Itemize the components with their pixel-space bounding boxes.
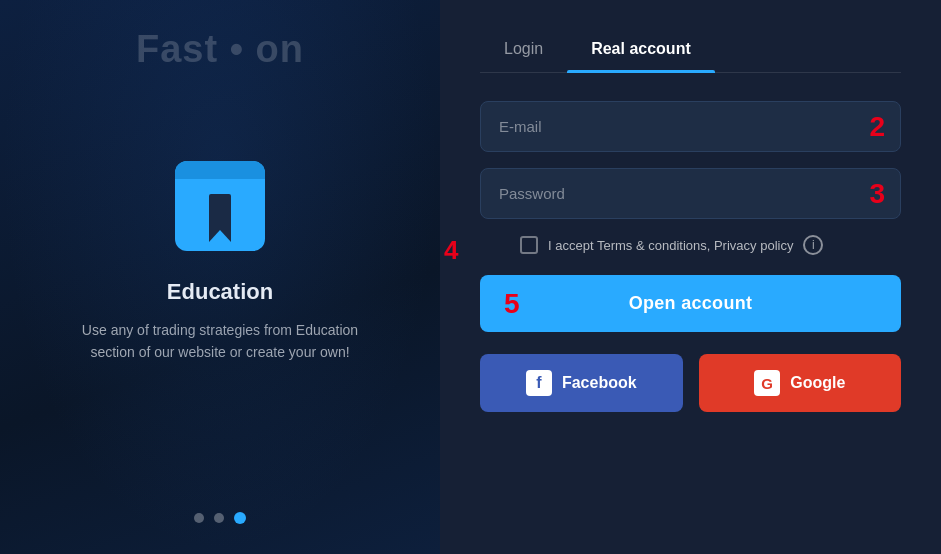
social-buttons-row: f Facebook G Google [480,354,901,412]
checkbox-num-label: 4 [444,235,458,266]
facebook-label: Facebook [562,374,637,392]
open-account-num-label: 5 [504,288,520,320]
tabs: Login Real account [480,30,901,73]
google-label: Google [790,374,845,392]
bookmark-icon [209,194,231,230]
book-icon [175,161,265,251]
facebook-button[interactable]: f Facebook [480,354,683,412]
facebook-icon: f [526,370,552,396]
edu-desc: Use any of trading strategies from Educa… [80,319,360,364]
password-group: 3 [480,168,901,219]
right-panel: Login Real account 2 3 4 I accept Terms … [440,0,941,554]
left-panel: Fast • on Try fr Education Use any of tr… [0,0,440,554]
terms-checkbox[interactable] [520,236,538,254]
tab-real-account[interactable]: Real account [567,30,715,72]
password-input[interactable] [480,168,901,219]
open-account-label: Open account [629,293,753,314]
password-input-wrap: 3 [480,168,901,219]
google-icon: G [754,370,780,396]
book-icon-wrap [175,161,265,251]
terms-checkbox-row: I accept Terms & conditions, Privacy pol… [520,235,901,255]
dot-2[interactable] [214,513,224,523]
edu-title: Education [167,279,273,305]
tab-login[interactable]: Login [480,30,567,72]
dot-1[interactable] [194,513,204,523]
header-text: Fast • on [136,28,304,71]
info-icon[interactable]: i [803,235,823,255]
email-group: 2 [480,101,901,152]
carousel-dots [194,512,246,524]
terms-label: I accept Terms & conditions, Privacy pol… [548,238,793,253]
terms-row-wrapper: 4 I accept Terms & conditions, Privacy p… [480,235,901,275]
open-account-button[interactable]: 5 Open account [480,275,901,332]
google-button[interactable]: G Google [699,354,902,412]
dot-3[interactable] [234,512,246,524]
email-input[interactable] [480,101,901,152]
email-input-wrap: 2 [480,101,901,152]
